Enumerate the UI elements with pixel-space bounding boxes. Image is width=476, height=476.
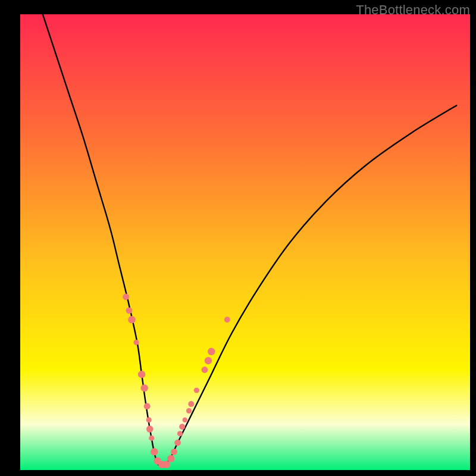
marker-point [186,408,192,414]
marker-point [208,348,215,355]
marker-point [138,371,145,378]
marker-point [177,431,183,436]
marker-point [140,384,148,392]
marker-point [171,449,177,455]
marker-point [202,367,208,373]
marker-point [194,387,199,393]
marker-point [146,417,152,422]
chart-stage: TheBottleneck.com [0,0,476,476]
marker-point [179,424,185,430]
watermark-text: TheBottleneck.com [356,2,470,18]
marker-point [126,307,133,314]
marker-point [133,340,139,345]
marker-point [144,403,151,409]
marker-point [174,440,181,446]
marker-point [167,455,174,462]
marker-point [224,317,230,322]
bottleneck-plot [0,0,476,476]
marker-point [123,294,129,300]
marker-point [149,436,154,441]
gradient-background [20,14,470,470]
marker-point [188,401,194,407]
marker-point [151,448,158,455]
marker-point [128,316,135,323]
marker-point [162,461,170,468]
marker-point [146,425,154,433]
marker-point [183,418,187,422]
marker-point [205,357,212,364]
